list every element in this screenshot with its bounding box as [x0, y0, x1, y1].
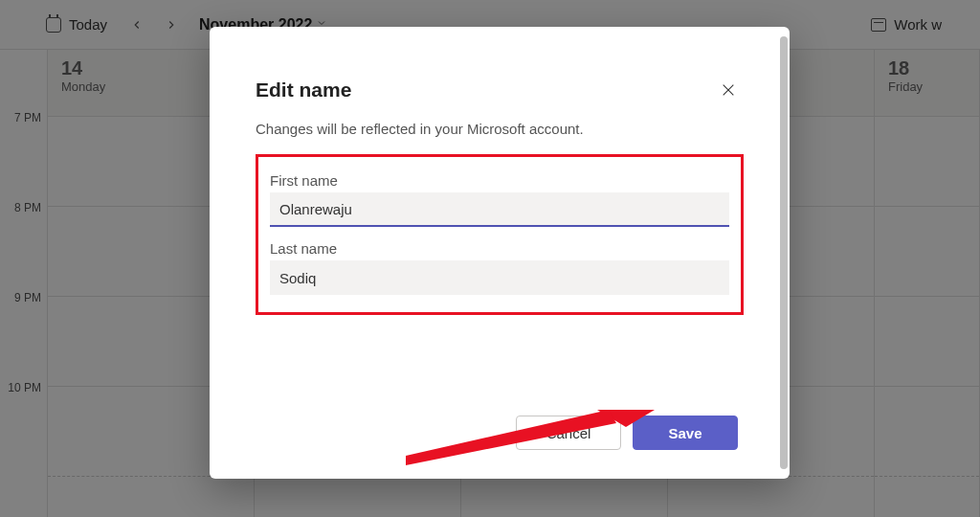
dialog-scrollbar[interactable]	[780, 36, 788, 469]
first-name-input[interactable]	[270, 192, 729, 227]
close-button[interactable]	[713, 75, 744, 105]
last-name-input[interactable]	[270, 260, 729, 295]
save-label: Save	[668, 425, 702, 441]
dialog-title: Edit name	[256, 79, 351, 101]
first-name-label: First name	[270, 172, 729, 189]
save-button[interactable]: Save	[633, 416, 738, 450]
cancel-button[interactable]: Cancel	[516, 416, 621, 450]
highlight-annotation: First name Last name	[256, 154, 744, 315]
close-icon	[721, 82, 736, 98]
dialog-subtitle: Changes will be reflected in your Micros…	[256, 121, 744, 137]
last-name-label: Last name	[270, 240, 729, 257]
cancel-label: Cancel	[546, 425, 591, 441]
edit-name-dialog: Edit name Changes will be reflected in y…	[210, 27, 790, 479]
